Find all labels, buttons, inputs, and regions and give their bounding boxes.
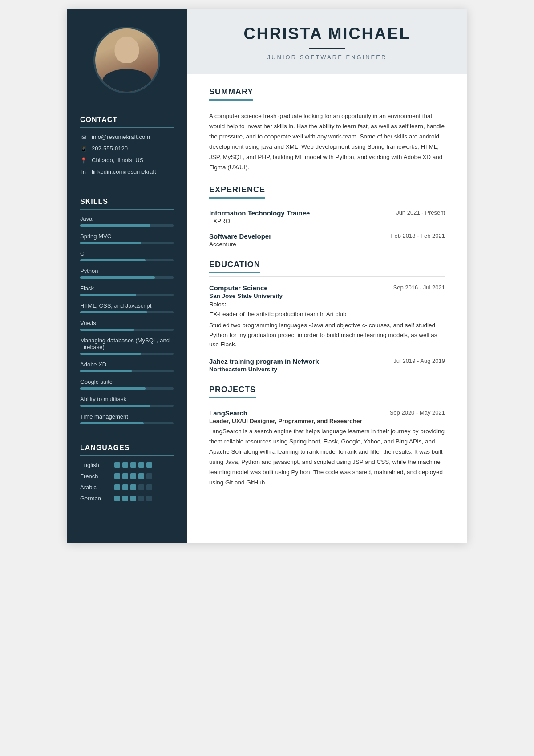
skill-bar-bg	[80, 294, 174, 296]
skill-item: Python	[80, 268, 174, 279]
exp-company: EXPRO	[209, 218, 445, 224]
experience-item: Software Developer Feb 2018 - Feb 2021 A…	[209, 232, 445, 248]
lang-name: English	[80, 462, 109, 468]
skill-bar-fill	[80, 259, 146, 261]
lang-item: English	[80, 462, 174, 468]
education-section: EDUCATION Computer Science Sep 2016 - Ju…	[209, 260, 445, 373]
project-header: LangSearch Sep 2020 - May 2021	[209, 409, 445, 417]
skill-item: Java	[80, 215, 174, 227]
projects-section: PROJECTS LangSearch Sep 2020 - May 2021 …	[209, 385, 445, 488]
lang-name: Arabic	[80, 484, 109, 491]
exp-header: Information Technology Trainee Jun 2021 …	[209, 209, 445, 217]
skill-name: C	[80, 250, 174, 257]
lang-dot	[122, 484, 128, 490]
skill-bar-bg	[80, 259, 174, 261]
experience-title: EXPERIENCE	[209, 185, 265, 199]
resume-container: CONTACT ✉ info@resumekraft.com 📱 202-555…	[67, 9, 467, 543]
summary-title: SUMMARY	[209, 87, 253, 101]
email-icon: ✉	[80, 134, 87, 141]
projects-title: PROJECTS	[209, 385, 256, 398]
lang-name: German	[80, 495, 109, 502]
experience-item: Information Technology Trainee Jun 2021 …	[209, 209, 445, 224]
education-item: Jahez training program in Network Jul 20…	[209, 358, 445, 373]
education-title: EDUCATION	[209, 260, 260, 273]
skill-bar-bg	[80, 353, 174, 355]
skill-name: Google suite	[80, 378, 174, 385]
lang-dot	[146, 462, 152, 468]
edu-header: Computer Science Sep 2016 - Jul 2021	[209, 284, 445, 292]
skill-item: Ability to multitask	[80, 396, 174, 407]
skill-item: Time management	[80, 413, 174, 424]
skill-name: Ability to multitask	[80, 396, 174, 402]
lang-item: German	[80, 495, 174, 502]
skill-item: Flask	[80, 285, 174, 296]
experience-divider	[209, 202, 445, 202]
skill-name: VueJs	[80, 320, 174, 326]
contact-phone: 📱 202-555-0120	[80, 145, 174, 152]
lang-dot	[130, 484, 136, 490]
education-divider	[209, 276, 445, 277]
skill-item: Managing databases (MySQL, and Firebase)	[80, 337, 174, 355]
skill-bar-fill	[80, 405, 150, 407]
lang-dot	[146, 484, 152, 490]
lang-dot	[146, 496, 152, 501]
lang-dot	[130, 462, 136, 468]
lang-dots	[114, 473, 152, 479]
experience-section: EXPERIENCE Information Technology Traine…	[209, 185, 445, 248]
location-icon: 📍	[80, 157, 87, 164]
skill-bar-fill	[80, 353, 141, 355]
skill-item: HTML, CSS, and Javascript	[80, 302, 174, 313]
skill-bar-bg	[80, 311, 174, 313]
contact-location: 📍 Chicago, Illinois, US	[80, 157, 174, 164]
lang-item: French	[80, 473, 174, 480]
project-name: LangSearch	[209, 409, 247, 417]
skill-name: HTML, CSS, and Javascript	[80, 302, 174, 309]
project-role: Leader, UX/UI Designer, Programmer, and …	[209, 418, 445, 424]
skill-bar-bg	[80, 329, 174, 331]
skill-item: Spring MVC	[80, 233, 174, 244]
skill-name: Java	[80, 215, 174, 222]
edu-roles-label: Roles:	[209, 301, 445, 308]
skill-bar-bg	[80, 405, 174, 407]
candidate-name: CHRISTA MICHAEL	[209, 24, 445, 43]
skill-item: VueJs	[80, 320, 174, 331]
lang-dot	[138, 484, 144, 490]
education-list: Computer Science Sep 2016 - Jul 2021 San…	[209, 284, 445, 373]
edu-role-item: EX-Leader of the artistic production tea…	[209, 309, 445, 319]
sidebar: CONTACT ✉ info@resumekraft.com 📱 202-555…	[67, 9, 187, 543]
contact-title: CONTACT	[80, 116, 174, 128]
lang-dot	[122, 473, 128, 479]
skill-bar-fill	[80, 224, 150, 227]
avatar-image	[95, 27, 158, 93]
contact-linkedin[interactable]: in linkedin.com/resumekraft	[80, 168, 174, 175]
summary-section: SUMMARY A computer science fresh graduat…	[209, 87, 445, 173]
exp-job-title: Software Developer	[209, 232, 271, 240]
skill-bar-bg	[80, 276, 174, 279]
lang-name: French	[80, 473, 109, 480]
lang-dot	[114, 484, 120, 490]
skill-name: Time management	[80, 413, 174, 420]
edu-header: Jahez training program in Network Jul 20…	[209, 358, 445, 365]
skill-name: Spring MVC	[80, 233, 174, 240]
project-description: LangSearch is a search engine that helps…	[209, 427, 445, 488]
edu-date: Sep 2016 - Jul 2021	[393, 284, 445, 291]
skill-bar-fill	[80, 276, 155, 279]
linkedin-icon: in	[80, 169, 87, 175]
skill-item: Google suite	[80, 378, 174, 390]
lang-dot	[122, 496, 128, 501]
exp-job-title: Information Technology Trainee	[209, 209, 310, 217]
avatar	[93, 27, 160, 93]
skill-name: Adobe XD	[80, 361, 174, 368]
projects-list: LangSearch Sep 2020 - May 2021 Leader, U…	[209, 409, 445, 488]
skill-bar-bg	[80, 242, 174, 244]
lang-dots	[114, 496, 152, 501]
skill-bar-bg	[80, 370, 174, 372]
lang-dots	[114, 462, 152, 468]
summary-divider	[209, 104, 445, 104]
lang-dot	[146, 473, 152, 479]
languages-section: LANGUAGES EnglishFrenchArabicGerman	[67, 439, 187, 515]
skill-name: Python	[80, 268, 174, 274]
lang-dots	[114, 484, 152, 490]
languages-list: EnglishFrenchArabicGerman	[80, 462, 174, 502]
candidate-title: JUNIOR SOFTWARE ENGINEER	[209, 54, 445, 61]
